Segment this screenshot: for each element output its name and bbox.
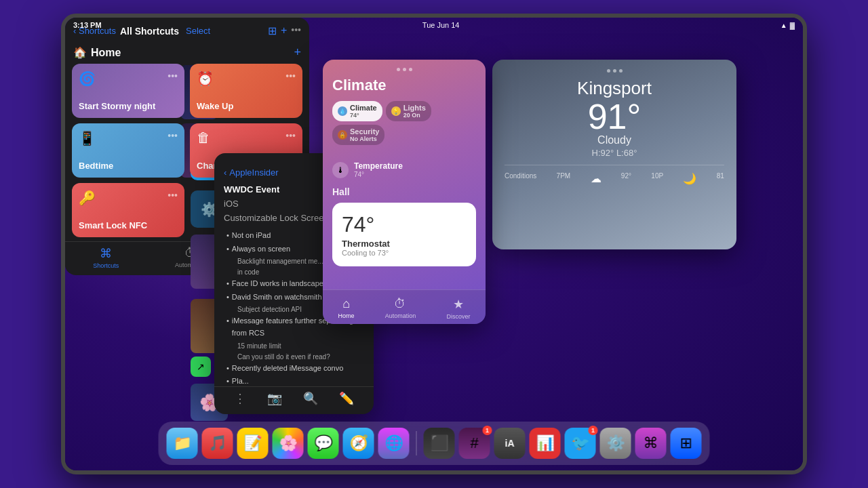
climate-nav-home[interactable]: ⌂ Home <box>333 296 360 321</box>
wifi-icon: ▲ <box>781 22 787 29</box>
shortcut-smartlock[interactable]: 🔑 ••• Smart Lock NFC <box>72 183 184 237</box>
smartlock-header: 🔑 ••• <box>79 190 178 206</box>
search-news-icon[interactable]: 🔍 <box>303 391 318 406</box>
sub-read: Can you still do it even if read? <box>226 352 364 363</box>
bullet-deleted: •Recently deleted iMessage convo <box>226 363 364 375</box>
forecast-cloud: ☁ <box>591 172 601 185</box>
shortcut-bedtime[interactable]: 📱 ••• Bedtime <box>72 123 184 178</box>
dock-icon-slack[interactable]: # 1 <box>459 428 490 459</box>
dock-icon-screen[interactable]: ⬛ <box>424 428 455 459</box>
sc-nav-shortcuts[interactable]: ⌘ Shortcuts <box>93 246 119 269</box>
safari-icon-glyph: 🧭 <box>349 434 368 452</box>
shortcut-stormy[interactable]: 🌀 ••• Start Stormy night <box>72 64 184 118</box>
smartlock-dots[interactable]: ••• <box>167 190 178 201</box>
bedtime-header: 📱 ••• <box>79 130 178 146</box>
status-bar: 3:13 PM Tue Jun 14 ▲ ▓ <box>65 18 803 33</box>
bullet-list-icon[interactable]: ⋮ <box>234 391 246 406</box>
weather-dots <box>505 69 724 73</box>
dot3 <box>409 68 412 71</box>
dock-icon-settings[interactable]: ⚙️ <box>600 428 631 459</box>
climate-dots <box>332 68 476 71</box>
dock-icon-ia[interactable]: iA <box>494 428 526 459</box>
dock-icon-twitter[interactable]: 🐦 1 <box>565 428 596 459</box>
dock-icon-music[interactable]: 🎵 <box>202 428 233 459</box>
dock-icon-appstore[interactable]: ⊞ <box>671 428 702 459</box>
stormy-dots[interactable]: ••• <box>167 70 178 81</box>
climate-nav-automation[interactable]: ⏱ Automation <box>380 296 422 321</box>
wakeup-header: ⏰ ••• <box>197 70 296 87</box>
shortcuts-icon-glyph: ⌘ <box>644 434 658 452</box>
files-icon-glyph: 📁 <box>173 434 191 452</box>
climate-nav-discover[interactable]: ★ Discover <box>441 296 475 321</box>
dot1 <box>397 68 400 71</box>
shortcuts-nav-icon: ⌘ <box>100 246 112 261</box>
forecast-time: 7PM <box>557 172 571 185</box>
compose-icon[interactable]: ✏️ <box>339 391 354 406</box>
dock-divider <box>416 431 417 455</box>
weather-range: H:92° L:68° <box>505 148 724 158</box>
weather-temp: 91° <box>505 99 724 134</box>
smartlock-label: Smart Lock NFC <box>79 220 178 230</box>
climate-card[interactable]: Climate 💧 Climate 74° 💡 Lights 20 On <box>323 60 486 324</box>
sc-nav-shortcuts-label: Shortcuts <box>93 262 119 269</box>
w-dot3 <box>619 69 623 73</box>
w-dot1 <box>607 69 610 73</box>
forecast-temp2: 81 <box>717 172 724 185</box>
forecast-conditions: Conditions <box>505 172 536 185</box>
weather-card[interactable]: Kingsport 91° Cloudy H:92° L:68° Conditi… <box>492 60 736 249</box>
weather-forecast: Conditions 7PM ☁ 92° 10P 🌙 81 <box>505 165 724 185</box>
dock-icon-orbit[interactable]: 🌐 <box>378 428 410 459</box>
climate-header: Climate 💧 Climate 74° 💡 Lights 20 On <box>323 60 486 157</box>
automation-icon: ⏱ <box>394 297 406 311</box>
speaker-dots[interactable]: ••• <box>285 130 296 141</box>
orbit-icon-glyph: 🌐 <box>384 434 403 452</box>
tab-security[interactable]: 🔒 Security No Alerts <box>332 125 384 145</box>
add-home-shortcut[interactable]: + <box>294 45 301 60</box>
climate-title: Climate <box>332 77 476 94</box>
temp-info: Temperature 74° <box>354 161 403 178</box>
wakeup-dots[interactable]: ••• <box>285 70 296 81</box>
shortcut-wakeup[interactable]: ⏰ ••• Wake Up <box>190 64 302 118</box>
sub-15min: 15 minute limit <box>226 341 364 352</box>
stormy-header: 🌀 ••• <box>79 70 178 87</box>
bedtime-dots[interactable]: ••• <box>167 130 178 141</box>
notes-icon-glyph: 📝 <box>243 434 262 452</box>
screen-icon-glyph: ⬛ <box>430 434 448 452</box>
dock-icon-messages[interactable]: 💬 <box>308 428 339 459</box>
speaker-header: 🗑 ••• <box>197 130 296 146</box>
temp-value: 74° <box>354 171 403 178</box>
status-right: ▲ ▓ <box>781 22 795 29</box>
tab-lights[interactable]: 💡 Lights 20 On <box>386 101 431 121</box>
dock-icon-safari[interactable]: 🧭 <box>343 428 374 459</box>
tab-security-icon: 🔒 <box>338 130 347 140</box>
photos-icon-glyph: 🌸 <box>279 434 297 452</box>
dock-icon-notes[interactable]: 📝 <box>237 428 269 459</box>
weather-condition: Cloudy <box>505 134 724 146</box>
appstore-icon-glyph: ⊞ <box>680 434 692 452</box>
climate-nav-automation-label: Automation <box>385 312 416 319</box>
tab-security-label: Security No Alerts <box>350 127 379 142</box>
tab-lights-icon: 💡 <box>391 106 401 116</box>
thermo-temp: 74° <box>342 212 467 237</box>
temp-label: Temperature <box>354 161 403 171</box>
news-source-label: AppleInsider <box>229 167 278 178</box>
dock-icon-red[interactable]: 📊 <box>530 428 561 459</box>
status-date: Tue Jun 14 <box>422 21 460 29</box>
w-dot2 <box>613 69 616 73</box>
tab-lights-label: Lights 20 On <box>403 104 426 119</box>
camera-icon[interactable]: 📷 <box>267 391 282 406</box>
wakeup-label: Wake Up <box>197 101 296 111</box>
dock-icon-photos[interactable]: 🌸 <box>273 428 304 459</box>
tab-climate[interactable]: 💧 Climate 74° <box>332 101 382 121</box>
dock-icon-shortcuts[interactable]: ⌘ <box>635 428 667 459</box>
hall-label: Hall <box>323 182 486 200</box>
thermostat-card[interactable]: 74° Thermostat Cooling to 73° <box>332 203 476 266</box>
stormy-icon: 🌀 <box>79 70 96 87</box>
house-icon: 🏠 <box>73 46 87 59</box>
speaker-icon: 🗑 <box>197 130 210 146</box>
climate-nav-home-label: Home <box>338 312 355 319</box>
dock: 📁 🎵 📝 🌸 💬 🧭 🌐 ⬛ # 1 iA 📊 🐦 1 ⚙️ ⌘ ⊞ <box>159 422 710 465</box>
dock-icon-files[interactable]: 📁 <box>167 428 198 459</box>
bedtime-icon: 📱 <box>79 130 96 146</box>
forecast-label2: 10P <box>651 172 663 185</box>
